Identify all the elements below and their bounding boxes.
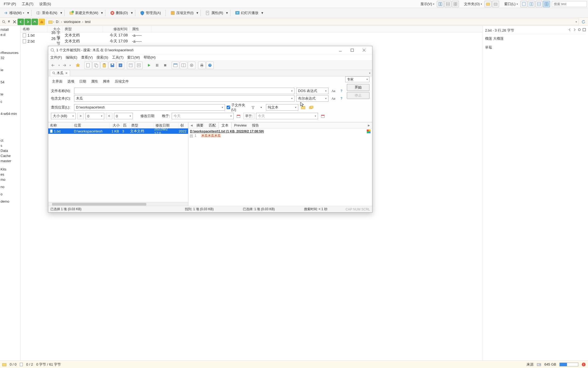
rename-dropdown[interactable]: ▾: [60, 11, 62, 15]
compress-dropdown[interactable]: ▾: [196, 11, 198, 15]
after-date-input[interactable]: 今天: [172, 113, 234, 119]
prev-icon[interactable]: [568, 28, 571, 31]
col-type[interactable]: 类型: [63, 26, 103, 32]
delete-dropdown[interactable]: ▾: [131, 11, 133, 15]
result-row[interactable]: 1.txt D:\workspace\test\ 1 KB 3 文本文档 202…: [48, 128, 188, 134]
tree-item[interactable]: rResources: [1, 50, 20, 55]
dlg-menu-search[interactable]: 搜索(S): [96, 55, 108, 60]
col-attr[interactable]: 属性: [130, 26, 151, 32]
tree-item[interactable]: Cache: [1, 153, 20, 158]
warning-icon[interactable]: !: [582, 362, 586, 367]
tree-item[interactable]: c: [1, 99, 20, 104]
filter-icon[interactable]: [250, 104, 256, 111]
tb-help-icon[interactable]: ?: [206, 62, 214, 69]
maximize-button[interactable]: [346, 46, 358, 54]
tb-newdoc-icon[interactable]: [84, 62, 92, 69]
tree-item[interactable]: Data: [1, 148, 20, 153]
col-name[interactable]: 名称: [20, 26, 47, 32]
tb-copy-icon[interactable]: [92, 62, 100, 69]
tree-item[interactable]: le: [1, 67, 20, 73]
menu-ftp[interactable]: FTP (P): [1, 1, 19, 7]
attributes-button[interactable]: 属性(R): [203, 9, 226, 17]
tree-item[interactable]: s: [1, 143, 20, 148]
newfolder-dropdown[interactable]: ▾: [101, 11, 103, 15]
encoding-combo[interactable]: 纯文本: [266, 104, 298, 111]
tb-save-icon[interactable]: [109, 62, 116, 69]
dlg-menu-help[interactable]: 帮助(H): [144, 55, 155, 60]
breadcrumb-test[interactable]: test: [84, 20, 92, 24]
expand-icon[interactable]: [583, 28, 586, 31]
tab-match[interactable]: 匹配: [206, 122, 219, 128]
tab-options[interactable]: 选项: [66, 79, 75, 84]
tree-item[interactable]: Kits: [1, 167, 20, 172]
location-input[interactable]: D:\workspace\test\: [74, 104, 225, 111]
nav-back-button[interactable]: [18, 19, 24, 25]
menu-folder[interactable]: 文件夹(O): [462, 1, 484, 7]
slideshow-dropdown[interactable]: ▾: [261, 11, 263, 15]
nav-home-button[interactable]: [39, 19, 45, 25]
tb-forward-dd[interactable]: ▾: [69, 64, 71, 67]
browse-folder-icon[interactable]: [300, 104, 306, 111]
preview-nav-left-icon[interactable]: ◀: [189, 124, 194, 127]
tab-zip[interactable]: 压缩文件: [114, 79, 130, 84]
size-max-input[interactable]: 0: [114, 113, 133, 119]
filename-filter-combo[interactable]: DOS 表达式: [296, 88, 328, 94]
tree-item[interactable]: mo: [1, 177, 20, 182]
tb-print-icon[interactable]: [198, 62, 206, 69]
lt-button[interactable]: <: [106, 113, 112, 119]
stop-button[interactable]: 停止: [347, 92, 369, 99]
folder-tree[interactable]: nstall e.d rResources 32 le 54 le c 4-w6…: [0, 26, 20, 360]
dlg-menu-tools[interactable]: 工具(T): [112, 55, 124, 60]
tb-stop-icon[interactable]: [161, 62, 169, 69]
tab-attr[interactable]: 属性: [90, 79, 99, 84]
nav-up-button[interactable]: [32, 19, 38, 25]
layout-4-icon[interactable]: [543, 1, 550, 7]
nav-refresh-icon[interactable]: [580, 19, 587, 25]
preview-nav-right-icon[interactable]: ▶: [367, 124, 371, 127]
nav-forward-button[interactable]: [25, 19, 31, 25]
slideshow-button[interactable]: 幻灯片播放: [233, 9, 261, 17]
rcol-type[interactable]: 类型: [130, 122, 154, 128]
tb-window1-icon[interactable]: [172, 62, 179, 69]
tree-item[interactable]: demo: [1, 199, 20, 204]
expand-icon[interactable]: +: [190, 135, 193, 137]
tb-window2-icon[interactable]: [180, 62, 187, 69]
case-icon[interactable]: Aa: [330, 88, 337, 94]
tree-item[interactable]: 54: [1, 80, 20, 85]
tb-gear-icon[interactable]: [188, 62, 195, 69]
close-icon[interactable]: [12, 20, 17, 23]
close-button[interactable]: [358, 46, 370, 54]
start-button[interactable]: 开始: [347, 84, 369, 91]
tab-summary[interactable]: 摘要: [194, 122, 206, 128]
rcol-name[interactable]: 名称: [48, 122, 72, 128]
rename-button[interactable]: 重命名(N): [34, 9, 60, 17]
breadcrumb-dropdown-icon[interactable]: ▾: [576, 21, 577, 23]
browse-folders-icon[interactable]: [308, 104, 314, 111]
compress-button[interactable]: 压缩文件(I): [168, 9, 196, 17]
menu-tools[interactable]: 工具(T): [19, 1, 36, 7]
calendar-icon[interactable]: [320, 113, 326, 119]
move-button[interactable]: 移动(M)▾: [1, 9, 27, 17]
breadcrumb-workspace[interactable]: workspace: [63, 20, 82, 24]
size-min-input[interactable]: 0: [85, 113, 104, 119]
pin-icon[interactable]: [6, 20, 12, 24]
tab-preview[interactable]: Preview: [231, 123, 249, 128]
contains-filter-combo[interactable]: 布尔表达式: [296, 95, 328, 102]
calendar-icon[interactable]: [235, 113, 242, 119]
results-scrollbar[interactable]: [48, 202, 188, 206]
move-dropdown[interactable]: ▾: [27, 11, 29, 15]
dlg-menu-view[interactable]: 查看(V): [81, 55, 93, 60]
tb-paste-icon[interactable]: [101, 62, 108, 69]
dlg-menu-window[interactable]: 窗口(W): [127, 55, 140, 60]
menu-settings[interactable]: 设置(S): [37, 1, 54, 7]
dlg-menu-edit[interactable]: 编辑(E): [66, 55, 77, 60]
rcol-size[interactable]: 大小: [110, 122, 122, 128]
dlg-menu-file[interactable]: 文件(F): [50, 55, 62, 60]
breadcrumb-drive[interactable]: D:: [55, 20, 60, 24]
file-row[interactable]: 2.txt 26 字节 文本文档 今天 17:09 -a-----: [20, 38, 483, 44]
preview-nav-icons[interactable]: [568, 28, 586, 33]
tree-item[interactable]: ct: [1, 138, 20, 143]
help-icon[interactable]: ?: [338, 88, 345, 94]
tab-date[interactable]: 日期: [78, 79, 87, 84]
help-icon[interactable]: ?: [338, 95, 345, 102]
